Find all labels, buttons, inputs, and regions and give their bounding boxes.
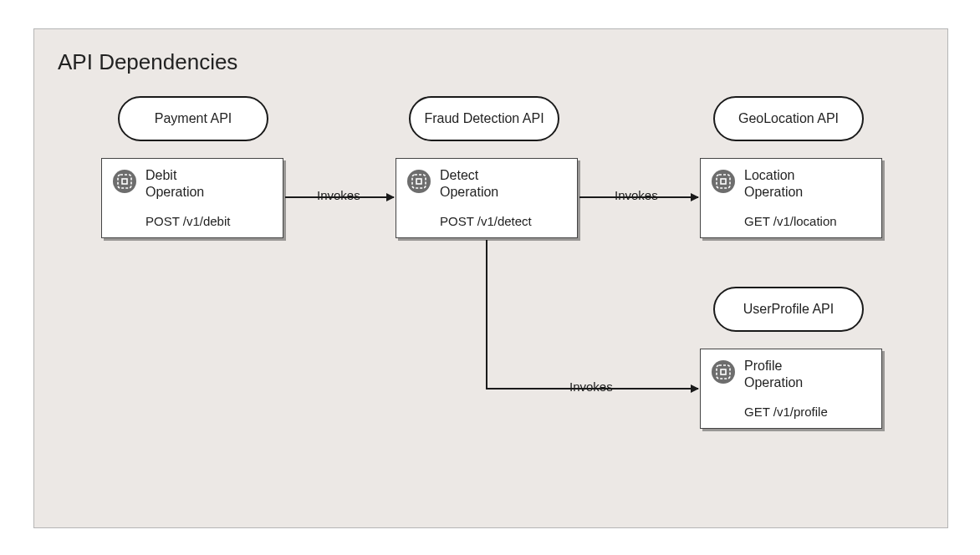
operation-name: Location Operation [744, 167, 837, 201]
operation-box-debit: Debit Operation POST /v1/debit [101, 158, 283, 238]
api-pill-geolocation: GeoLocation API [713, 96, 864, 141]
operation-box-profile: Profile Operation GET /v1/profile [700, 349, 882, 429]
operation-path: POST /v1/detect [440, 214, 532, 228]
operation-icon [112, 169, 137, 194]
operation-icon [711, 359, 736, 384]
operation-name: Debit Operation [145, 167, 230, 201]
svg-point-9 [712, 360, 735, 384]
operation-name: Detect Operation [440, 167, 532, 201]
diagram-title: API Dependencies [58, 49, 237, 75]
operation-box-detect: Detect Operation POST /v1/detect [396, 158, 578, 238]
api-label: UserProfile API [743, 301, 834, 317]
edge-label-invokes: Invokes [317, 188, 360, 202]
operation-text: Location Operation GET /v1/location [744, 167, 837, 228]
diagram-container: API Dependencies Payment API Fraud Detec… [33, 28, 948, 528]
operation-path: GET /v1/location [744, 214, 837, 228]
svg-point-3 [407, 170, 431, 193]
operation-text: Debit Operation POST /v1/debit [145, 167, 230, 228]
operation-name: Profile Operation [744, 358, 828, 391]
operation-icon [406, 169, 431, 194]
operation-path: GET /v1/profile [744, 405, 828, 419]
api-pill-payment: Payment API [118, 96, 268, 141]
operation-path: POST /v1/debit [145, 214, 230, 228]
edge-label-invokes: Invokes [615, 188, 658, 202]
api-pill-fraud: Fraud Detection API [409, 96, 559, 141]
api-label: GeoLocation API [738, 110, 839, 126]
operation-text: Profile Operation GET /v1/profile [744, 358, 828, 419]
svg-point-6 [712, 170, 735, 193]
operation-box-location: Location Operation GET /v1/location [700, 158, 882, 238]
operation-icon [711, 169, 736, 194]
api-label: Payment API [155, 110, 232, 126]
operation-text: Detect Operation POST /v1/detect [440, 167, 532, 228]
api-pill-userprofile: UserProfile API [713, 287, 864, 332]
diagram-canvas: API Dependencies Payment API Fraud Detec… [0, 0, 980, 555]
svg-point-0 [113, 170, 136, 193]
edge-label-invokes: Invokes [569, 379, 613, 394]
api-label: Fraud Detection API [424, 110, 544, 126]
